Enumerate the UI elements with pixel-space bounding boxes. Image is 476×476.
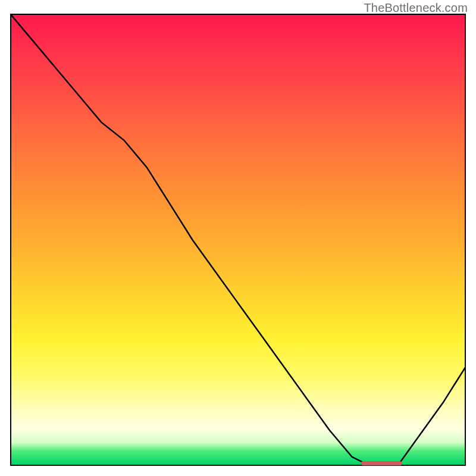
chart-container: TheBottleneck.com bbox=[0, 0, 476, 476]
plot-area bbox=[10, 14, 466, 466]
watermark-text: TheBottleneck.com bbox=[364, 1, 468, 15]
